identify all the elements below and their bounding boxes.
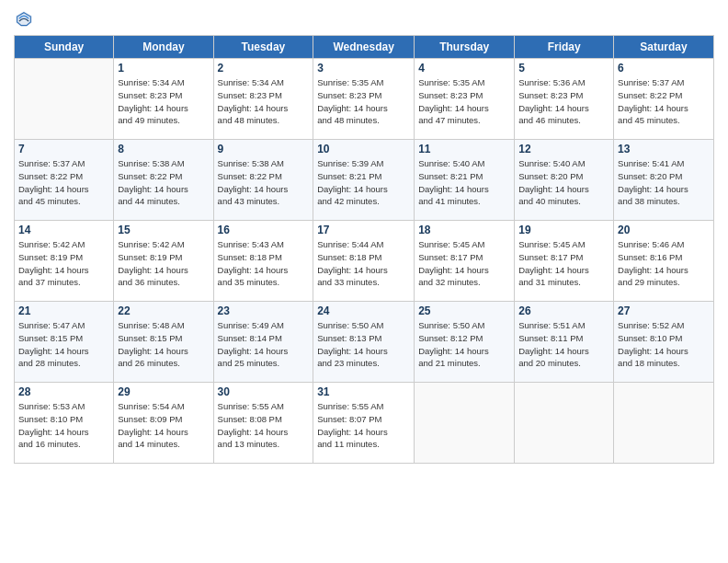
- day-info: Sunrise: 5:34 AM Sunset: 8:23 PM Dayligh…: [218, 76, 310, 127]
- day-number: 22: [118, 304, 209, 317]
- day-info: Sunrise: 5:39 AM Sunset: 8:21 PM Dayligh…: [317, 157, 410, 208]
- weekday-header: Monday: [114, 36, 213, 59]
- weekday-header: Wednesday: [313, 36, 415, 59]
- day-info: Sunrise: 5:53 AM Sunset: 8:10 PM Dayligh…: [18, 400, 109, 451]
- calendar-cell: 13Sunrise: 5:41 AM Sunset: 8:20 PM Dayli…: [614, 140, 714, 221]
- day-number: 18: [418, 224, 510, 236]
- day-number: 15: [118, 224, 209, 236]
- calendar-cell: 21Sunrise: 5:47 AM Sunset: 8:15 PM Dayli…: [15, 302, 114, 383]
- day-info: Sunrise: 5:48 AM Sunset: 8:15 PM Dayligh…: [118, 319, 209, 370]
- calendar-header-row: SundayMondayTuesdayWednesdayThursdayFrid…: [15, 36, 714, 59]
- calendar-week-row: 1Sunrise: 5:34 AM Sunset: 8:23 PM Daylig…: [15, 59, 714, 140]
- day-number: 27: [618, 304, 710, 317]
- day-number: 11: [418, 143, 510, 155]
- day-number: 30: [218, 385, 310, 398]
- calendar-week-row: 7Sunrise: 5:37 AM Sunset: 8:22 PM Daylig…: [15, 140, 714, 221]
- calendar-week-row: 14Sunrise: 5:42 AM Sunset: 8:19 PM Dayli…: [15, 221, 714, 302]
- day-info: Sunrise: 5:41 AM Sunset: 8:20 PM Dayligh…: [618, 157, 710, 208]
- day-number: 14: [18, 224, 109, 236]
- day-info: Sunrise: 5:45 AM Sunset: 8:17 PM Dayligh…: [418, 238, 510, 289]
- calendar-cell: 11Sunrise: 5:40 AM Sunset: 8:21 PM Dayli…: [415, 140, 515, 221]
- day-info: Sunrise: 5:44 AM Sunset: 8:18 PM Dayligh…: [317, 238, 410, 289]
- weekday-header: Thursday: [415, 36, 515, 59]
- calendar-cell: 18Sunrise: 5:45 AM Sunset: 8:17 PM Dayli…: [415, 221, 515, 302]
- day-info: Sunrise: 5:47 AM Sunset: 8:15 PM Dayligh…: [18, 319, 109, 370]
- day-number: 12: [518, 143, 609, 155]
- day-number: 3: [317, 62, 410, 75]
- day-info: Sunrise: 5:40 AM Sunset: 8:20 PM Dayligh…: [518, 157, 609, 208]
- calendar-cell: [515, 383, 614, 464]
- calendar-cell: 26Sunrise: 5:51 AM Sunset: 8:11 PM Dayli…: [515, 302, 614, 383]
- day-info: Sunrise: 5:55 AM Sunset: 8:07 PM Dayligh…: [317, 400, 410, 451]
- weekday-header: Sunday: [15, 36, 114, 59]
- calendar-cell: 2Sunrise: 5:34 AM Sunset: 8:23 PM Daylig…: [213, 59, 313, 140]
- day-number: 2: [218, 62, 310, 75]
- calendar-cell: 4Sunrise: 5:35 AM Sunset: 8:23 PM Daylig…: [415, 59, 515, 140]
- day-number: 31: [317, 385, 410, 398]
- day-number: 21: [18, 304, 109, 317]
- calendar-cell: [415, 383, 515, 464]
- calendar-cell: 8Sunrise: 5:38 AM Sunset: 8:22 PM Daylig…: [114, 140, 213, 221]
- calendar-cell: 3Sunrise: 5:35 AM Sunset: 8:23 PM Daylig…: [313, 59, 415, 140]
- calendar-cell: 15Sunrise: 5:42 AM Sunset: 8:19 PM Dayli…: [114, 221, 213, 302]
- day-info: Sunrise: 5:34 AM Sunset: 8:23 PM Dayligh…: [118, 76, 209, 127]
- day-info: Sunrise: 5:37 AM Sunset: 8:22 PM Dayligh…: [18, 157, 109, 208]
- day-number: 5: [518, 62, 609, 75]
- day-number: 13: [618, 143, 710, 155]
- calendar-cell: 25Sunrise: 5:50 AM Sunset: 8:12 PM Dayli…: [415, 302, 515, 383]
- calendar-cell: 12Sunrise: 5:40 AM Sunset: 8:20 PM Dayli…: [515, 140, 614, 221]
- calendar-cell: 28Sunrise: 5:53 AM Sunset: 8:10 PM Dayli…: [15, 383, 114, 464]
- calendar-cell: 31Sunrise: 5:55 AM Sunset: 8:07 PM Dayli…: [313, 383, 415, 464]
- day-number: 10: [317, 143, 410, 155]
- weekday-header: Tuesday: [213, 36, 313, 59]
- day-info: Sunrise: 5:36 AM Sunset: 8:23 PM Dayligh…: [518, 76, 609, 127]
- day-number: 17: [317, 224, 410, 236]
- day-info: Sunrise: 5:42 AM Sunset: 8:19 PM Dayligh…: [118, 238, 209, 289]
- calendar-cell: 9Sunrise: 5:38 AM Sunset: 8:22 PM Daylig…: [213, 140, 313, 221]
- page: SundayMondayTuesdayWednesdayThursdayFrid…: [0, 0, 728, 563]
- day-number: 1: [118, 62, 209, 75]
- day-info: Sunrise: 5:38 AM Sunset: 8:22 PM Dayligh…: [218, 157, 310, 208]
- calendar-cell: 23Sunrise: 5:49 AM Sunset: 8:14 PM Dayli…: [213, 302, 313, 383]
- day-number: 6: [618, 62, 710, 75]
- day-number: 25: [418, 304, 510, 317]
- day-info: Sunrise: 5:50 AM Sunset: 8:13 PM Dayligh…: [317, 319, 410, 370]
- weekday-header: Saturday: [614, 36, 714, 59]
- calendar-cell: 27Sunrise: 5:52 AM Sunset: 8:10 PM Dayli…: [614, 302, 714, 383]
- logo: [14, 9, 38, 29]
- weekday-header: Friday: [515, 36, 614, 59]
- calendar-cell: 19Sunrise: 5:45 AM Sunset: 8:17 PM Dayli…: [515, 221, 614, 302]
- day-info: Sunrise: 5:49 AM Sunset: 8:14 PM Dayligh…: [218, 319, 310, 370]
- day-number: 23: [218, 304, 310, 317]
- calendar-cell: 20Sunrise: 5:46 AM Sunset: 8:16 PM Dayli…: [614, 221, 714, 302]
- day-info: Sunrise: 5:54 AM Sunset: 8:09 PM Dayligh…: [118, 400, 209, 451]
- calendar-cell: [614, 383, 714, 464]
- calendar-cell: 7Sunrise: 5:37 AM Sunset: 8:22 PM Daylig…: [15, 140, 114, 221]
- calendar-cell: 17Sunrise: 5:44 AM Sunset: 8:18 PM Dayli…: [313, 221, 415, 302]
- calendar-cell: 16Sunrise: 5:43 AM Sunset: 8:18 PM Dayli…: [213, 221, 313, 302]
- calendar-cell: 10Sunrise: 5:39 AM Sunset: 8:21 PM Dayli…: [313, 140, 415, 221]
- day-number: 28: [18, 385, 109, 398]
- logo-icon: [14, 9, 34, 29]
- day-info: Sunrise: 5:55 AM Sunset: 8:08 PM Dayligh…: [218, 400, 310, 451]
- calendar-cell: [15, 59, 114, 140]
- day-info: Sunrise: 5:43 AM Sunset: 8:18 PM Dayligh…: [218, 238, 310, 289]
- day-info: Sunrise: 5:52 AM Sunset: 8:10 PM Dayligh…: [618, 319, 710, 370]
- day-number: 7: [18, 143, 109, 155]
- calendar-table: SundayMondayTuesdayWednesdayThursdayFrid…: [14, 35, 714, 464]
- day-number: 8: [118, 143, 209, 155]
- day-info: Sunrise: 5:37 AM Sunset: 8:22 PM Dayligh…: [618, 76, 710, 127]
- day-info: Sunrise: 5:50 AM Sunset: 8:12 PM Dayligh…: [418, 319, 510, 370]
- day-info: Sunrise: 5:35 AM Sunset: 8:23 PM Dayligh…: [418, 76, 510, 127]
- calendar-cell: 30Sunrise: 5:55 AM Sunset: 8:08 PM Dayli…: [213, 383, 313, 464]
- day-number: 26: [518, 304, 609, 317]
- header: [14, 9, 714, 29]
- day-info: Sunrise: 5:40 AM Sunset: 8:21 PM Dayligh…: [418, 157, 510, 208]
- calendar-cell: 1Sunrise: 5:34 AM Sunset: 8:23 PM Daylig…: [114, 59, 213, 140]
- day-info: Sunrise: 5:35 AM Sunset: 8:23 PM Dayligh…: [317, 76, 410, 127]
- calendar-cell: 14Sunrise: 5:42 AM Sunset: 8:19 PM Dayli…: [15, 221, 114, 302]
- day-number: 24: [317, 304, 410, 317]
- calendar-cell: 22Sunrise: 5:48 AM Sunset: 8:15 PM Dayli…: [114, 302, 213, 383]
- day-number: 4: [418, 62, 510, 75]
- day-info: Sunrise: 5:38 AM Sunset: 8:22 PM Dayligh…: [118, 157, 209, 208]
